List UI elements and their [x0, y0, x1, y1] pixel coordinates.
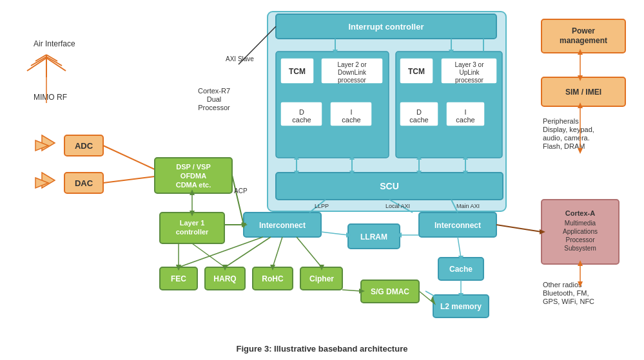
peripherals-label-2: Display, keypad,	[543, 126, 594, 133]
layer1-label-1: Layer 1	[180, 219, 205, 227]
cortex-a-label-5: Subsystem	[564, 245, 596, 252]
svg-line-4	[31, 57, 46, 66]
rohc-label: RoHC	[262, 274, 284, 283]
cortex-r7-label-3: Processor	[198, 104, 230, 111]
dac-label: DAC	[75, 178, 93, 188]
llram-label: LLRAM	[360, 232, 387, 242]
axi-slave-label: AXI Slave	[226, 55, 254, 62]
sgdmac-label: S/G DMAC	[371, 287, 409, 296]
svg-line-74	[273, 237, 282, 267]
power-mgmt-label-2: management	[560, 36, 607, 45]
icache1-label-1: I	[350, 108, 352, 116]
figure-caption: Figure 3: Illustrative baseband architec…	[237, 344, 408, 354]
cortex-r7-label-1: Cortex-R7	[198, 87, 230, 95]
svg-marker-10	[42, 135, 55, 151]
svg-line-76	[297, 237, 322, 267]
dcache1-label-2: cache	[292, 116, 311, 124]
dsp-label-1: DSP / VSP	[176, 163, 211, 171]
main-axi-label: Main AXI	[456, 203, 480, 209]
acp-label: ACP	[234, 187, 248, 194]
sim-imei-label: SIM / IMEI	[565, 88, 601, 97]
peripherals-label-3: audio, camera.	[543, 134, 590, 142]
layer2-label-1: Layer 2 or	[337, 61, 367, 68]
other-radios-label-3: GPS, WiFi, NFC	[543, 298, 594, 305]
other-radios-label-1: Other radios	[543, 281, 582, 289]
cortex-a-label-4: Processor	[565, 236, 595, 243]
interconnect2-label: Interconnect	[434, 221, 481, 230]
local-axi-label: Local AXI	[385, 203, 410, 209]
cipher-label: Cipher	[309, 274, 334, 283]
dsp-label-3: CDMA etc.	[176, 181, 211, 189]
tcm1-label: TCM	[289, 67, 306, 76]
dcache1-label-1: D	[299, 108, 304, 116]
svg-line-95	[496, 225, 542, 232]
air-interface-label: Air Interface	[34, 39, 75, 48]
cortex-a-label-2: Multimedia	[565, 220, 596, 227]
cortex-r7-label-2: Dual	[207, 95, 222, 103]
svg-marker-11	[42, 173, 55, 188]
architecture-diagram: Air Interface MIMO RF ADC DAC	[0, 0, 644, 360]
interrupt-controller-label: Interrupt controller	[348, 22, 424, 32]
svg-marker-102	[578, 148, 583, 154]
icache2-label-2: cache	[456, 116, 474, 124]
svg-line-84	[458, 237, 461, 258]
dcache2-label-2: cache	[409, 116, 428, 124]
layer1-label-2: controller	[176, 228, 209, 236]
svg-line-16	[103, 176, 155, 183]
svg-line-72	[225, 237, 271, 267]
svg-line-93	[192, 243, 225, 267]
peripherals-label-1: Peripherals	[543, 117, 579, 125]
scu-label: SCU	[380, 181, 399, 191]
interconnect1-label: Interconnect	[259, 221, 306, 230]
layer3-label-2: UpLink	[459, 69, 480, 76]
layer2-label-3: processor	[338, 77, 367, 84]
mimo-rf-label: MIMO RF	[34, 93, 67, 102]
icache2-label-1: I	[464, 108, 466, 116]
cortex-a-label-3: Applications	[563, 228, 598, 235]
layer2-label-2: DownLink	[338, 69, 367, 76]
tcm2-label: TCM	[408, 67, 425, 76]
cortex-a-label-1: Cortex-A	[565, 209, 596, 217]
other-radios-label-2: Bluetooth, FM,	[543, 289, 589, 297]
svg-line-108	[425, 291, 437, 298]
layer3-label-3: processor	[455, 77, 484, 84]
cache-label: Cache	[449, 265, 473, 274]
svg-line-15	[103, 146, 155, 169]
power-mgmt-label-1: Power	[572, 26, 595, 35]
dsp-label-2: OFDMA	[181, 172, 206, 180]
layer3-label-1: Layer 3 or	[454, 61, 484, 68]
llpp-label: LLPP	[315, 203, 329, 209]
diagram-container: Air Interface MIMO RF ADC DAC	[0, 0, 644, 360]
dcache2-label-1: D	[416, 108, 422, 116]
fec-label: FEC	[171, 274, 186, 283]
harq-label: HARQ	[213, 274, 236, 283]
svg-line-78	[321, 232, 348, 235]
svg-line-82	[342, 290, 361, 291]
adc-label: ADC	[75, 141, 93, 151]
svg-line-63	[232, 175, 244, 225]
svg-line-5	[46, 57, 62, 66]
l2memory-label: L2 memory	[440, 302, 482, 311]
icache1-label-2: cache	[342, 116, 360, 124]
